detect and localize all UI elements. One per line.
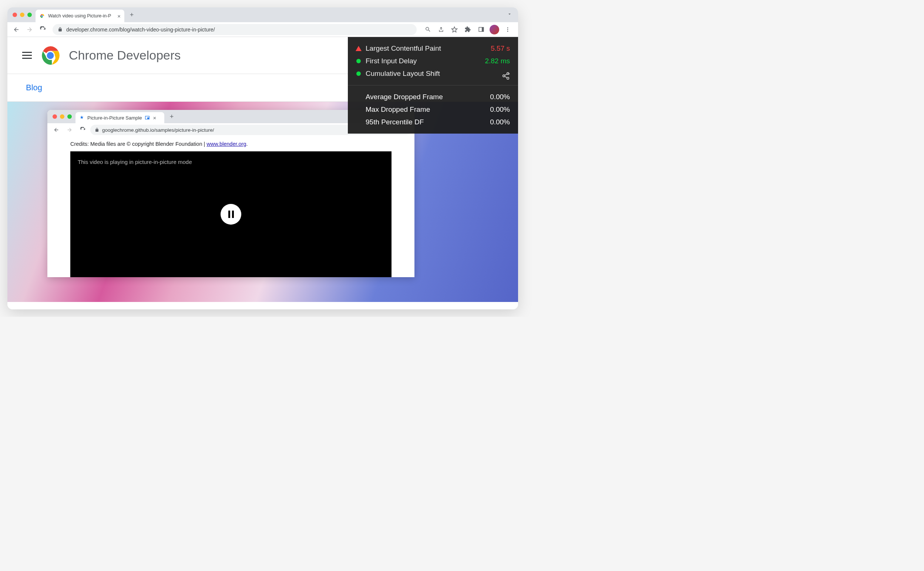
svg-point-5: [508, 28, 508, 28]
reload-icon: [80, 127, 86, 133]
metrics-overlay: Largest Contentful Paint 5.57 s First In…: [348, 37, 518, 134]
inner-reload-button[interactable]: [77, 124, 89, 136]
web-vitals-section: Largest Contentful Paint 5.57 s First In…: [348, 37, 518, 85]
forward-button[interactable]: [24, 24, 35, 35]
inner-browser-tab[interactable]: Picture-in-Picture Sample ×: [76, 112, 164, 123]
metric-cls: Cumulative Layout Shift -: [356, 67, 510, 80]
lock-icon: [58, 27, 63, 32]
arrow-left-icon: [53, 127, 59, 133]
tabs-dropdown-button[interactable]: [504, 11, 515, 18]
window-controls: [10, 12, 35, 17]
video-player[interactable]: This video is playing in picture-in-pict…: [70, 151, 392, 277]
arrow-left-icon: [13, 26, 20, 33]
reload-icon: [40, 26, 46, 33]
metric-fid: First Input Delay 2.82 ms: [356, 55, 510, 67]
share-icon[interactable]: [502, 72, 510, 80]
pause-icon: [228, 211, 230, 218]
metric-lcp: Largest Contentful Paint 5.57 s: [356, 42, 510, 55]
breadcrumb-link-blog[interactable]: Blog: [26, 83, 42, 92]
video-status-text: This video is playing in picture-in-pict…: [78, 159, 384, 165]
profile-button[interactable]: [489, 24, 500, 35]
share-button[interactable]: [435, 24, 447, 35]
blender-link[interactable]: www.blender.org: [207, 141, 246, 147]
tab-title: Watch video using Picture-in-P: [48, 13, 114, 19]
inner-window-controls: [50, 114, 76, 119]
share-up-icon: [438, 27, 444, 32]
dropped-frames-section: Average Dropped Frame 0.00% Max Dropped …: [348, 85, 518, 134]
inner-close-button[interactable]: [52, 114, 57, 119]
good-circle-icon: [356, 71, 361, 76]
good-circle-icon: [356, 59, 361, 63]
inner-back-button[interactable]: [50, 124, 62, 136]
sidepanel-button[interactable]: [475, 24, 487, 35]
pause-button[interactable]: [221, 204, 241, 225]
inner-tab-title: Picture-in-Picture Sample: [87, 115, 142, 120]
zoom-icon: [425, 26, 431, 32]
browser-tab[interactable]: Watch video using Picture-in-P ×: [35, 9, 124, 22]
metric-p95-dropped: 95th Percentile DF 0.00%: [356, 116, 510, 128]
inner-forward-button[interactable]: [64, 124, 76, 136]
toolbar-actions: [420, 24, 515, 35]
maximize-window-button[interactable]: [28, 12, 32, 17]
metric-max-dropped: Max Dropped Frame 0.00%: [356, 103, 510, 116]
svg-point-6: [508, 29, 508, 30]
browser-toolbar: developer.chrome.com/blog/watch-video-us…: [8, 22, 518, 37]
inner-minimize-button[interactable]: [60, 114, 65, 119]
inner-maximize-button[interactable]: [67, 114, 72, 119]
arrow-right-icon: [26, 26, 33, 33]
page-content: Chrome Developers Blog Picture-in-Pictur…: [8, 37, 518, 309]
svg-rect-4: [481, 28, 483, 31]
metric-avg-dropped: Average Dropped Frame 0.00%: [356, 91, 510, 103]
browser-window: Watch video using Picture-in-P × + devel…: [8, 8, 518, 309]
puzzle-icon: [465, 26, 471, 32]
back-button[interactable]: [10, 24, 22, 35]
inner-new-tab-button[interactable]: +: [167, 111, 177, 122]
inner-close-tab-button[interactable]: ×: [153, 115, 156, 121]
hamburger-icon: [22, 52, 32, 53]
chrome-logo-icon: [41, 46, 60, 65]
reload-button[interactable]: [37, 24, 49, 35]
avatar-icon: [490, 25, 499, 34]
inner-browser-window: Picture-in-Picture Sample × + googlechro…: [47, 110, 415, 277]
url-text: developer.chrome.com/blog/watch-video-us…: [66, 27, 215, 32]
lock-icon: [95, 128, 99, 132]
new-tab-button[interactable]: +: [126, 9, 137, 20]
bookmark-button[interactable]: [449, 24, 460, 35]
star-icon: [451, 26, 458, 33]
credits-text: Credits: Media files are © copyright Ble…: [70, 141, 392, 147]
close-tab-button[interactable]: ×: [117, 13, 120, 19]
pip-active-icon: [145, 115, 150, 120]
inner-url-text: googlechrome.github.io/samples/picture-i…: [102, 127, 214, 133]
site-title: Chrome Developers: [69, 48, 180, 63]
menu-toggle-button[interactable]: [22, 52, 32, 59]
menu-button[interactable]: [502, 24, 514, 35]
address-bar[interactable]: developer.chrome.com/blog/watch-video-us…: [52, 24, 416, 35]
chevron-down-icon: [507, 11, 512, 17]
warning-triangle-icon: [356, 46, 361, 51]
panel-icon: [478, 26, 484, 32]
chrome-favicon-icon: [39, 13, 45, 19]
tabstrip: Watch video using Picture-in-P × +: [8, 8, 518, 22]
minimize-window-button[interactable]: [20, 12, 25, 17]
close-window-button[interactable]: [12, 12, 17, 17]
extensions-button[interactable]: [462, 24, 474, 35]
arrow-right-icon: [66, 127, 73, 133]
zoom-button[interactable]: [422, 24, 434, 35]
svg-rect-12: [147, 117, 149, 119]
svg-point-7: [508, 31, 508, 32]
dots-vertical-icon: [505, 27, 511, 32]
inner-page-content: Credits: Media files are © copyright Ble…: [47, 137, 415, 277]
sample-favicon-icon: [79, 115, 84, 120]
